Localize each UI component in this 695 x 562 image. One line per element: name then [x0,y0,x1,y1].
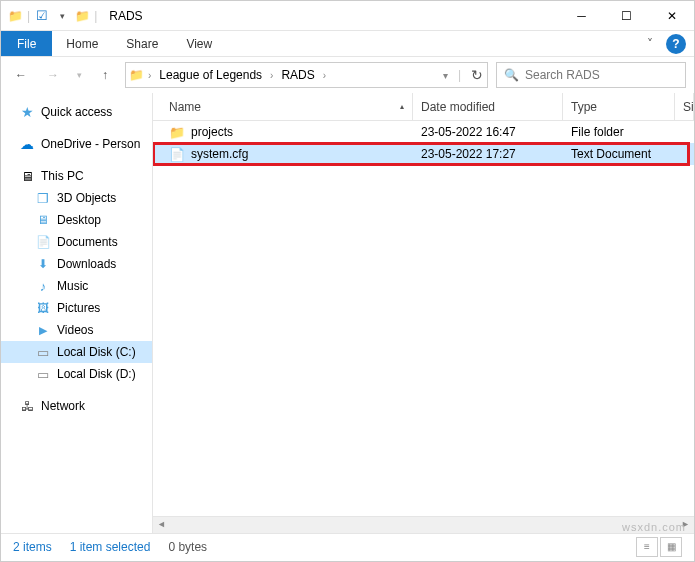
col-type[interactable]: Type [563,93,675,120]
nav-videos[interactable]: Videos [1,319,152,341]
tab-view[interactable]: View [172,31,226,56]
breadcrumb-seg-0[interactable]: League of Legends [155,68,266,82]
nav-downloads[interactable]: Downloads [1,253,152,275]
cube-icon [35,190,51,206]
search-placeholder: Search RADS [525,68,600,82]
ribbon-tabs: File Home Share View ˅ ? [1,31,694,57]
chevron-right-icon[interactable]: › [146,70,153,81]
col-size[interactable]: Si [675,93,694,120]
column-headers: Name▴ Date modified Type Si [153,93,694,121]
qat-separator: | [94,9,97,23]
refresh-icon[interactable] [469,67,485,83]
cloud-icon [19,136,35,152]
music-icon [35,278,51,294]
status-item-count: 2 items [13,540,52,554]
star-icon [19,104,35,120]
status-size: 0 bytes [168,540,207,554]
navigation-pane: Quick access OneDrive - Person This PC 3… [1,93,153,533]
nav-pictures[interactable]: Pictures [1,297,152,319]
tab-home[interactable]: Home [52,31,112,56]
forward-button[interactable]: → [41,63,65,87]
address-bar: ← → ▾ ↑ › League of Legends › RADS › ▾ |… [1,57,694,93]
file-date: 23-05-2022 16:47 [413,125,563,139]
view-details-button[interactable]: ≡ [636,537,658,557]
chevron-right-icon[interactable]: › [268,70,275,81]
nav-local-disk-d[interactable]: Local Disk (D:) [1,363,152,385]
file-rows: projects 23-05-2022 16:47 File folder sy… [153,121,694,516]
help-icon[interactable]: ? [666,34,686,54]
nav-documents[interactable]: Documents [1,231,152,253]
nav-quick-access[interactable]: Quick access [1,101,152,123]
file-row[interactable]: system.cfg 23-05-2022 17:27 Text Documen… [153,143,694,165]
nav-this-pc[interactable]: This PC [1,165,152,187]
minimize-button[interactable]: ─ [559,1,604,31]
properties-icon[interactable] [34,8,50,24]
qat-dropdown-icon[interactable] [54,8,70,24]
close-button[interactable]: ✕ [649,1,694,31]
status-selected-count: 1 item selected [70,540,151,554]
disk-icon [35,366,51,382]
breadcrumb-seg-1[interactable]: RADS [277,68,318,82]
search-icon [503,67,519,83]
nav-3d-objects[interactable]: 3D Objects [1,187,152,209]
explorer-body: Quick access OneDrive - Person This PC 3… [1,93,694,533]
tab-share[interactable]: Share [112,31,172,56]
sort-indicator-icon: ▴ [400,102,404,111]
qat-separator: | [27,9,30,23]
nav-local-disk-c[interactable]: Local Disk (C:) [1,341,152,363]
folder-icon[interactable] [74,8,90,24]
file-name: system.cfg [191,147,248,161]
col-name[interactable]: Name▴ [153,93,413,120]
breadcrumb[interactable]: › League of Legends › RADS › ▾ | [125,62,488,88]
pc-icon [19,168,35,184]
videos-icon [35,322,51,338]
nav-onedrive[interactable]: OneDrive - Person [1,133,152,155]
downloads-icon [35,256,51,272]
file-icon [169,146,185,162]
file-name: projects [191,125,233,139]
search-input[interactable]: Search RADS [496,62,686,88]
file-row[interactable]: projects 23-05-2022 16:47 File folder [153,121,694,143]
app-icon [7,8,23,24]
recent-dropdown-icon[interactable]: ▾ [73,63,85,87]
file-date: 23-05-2022 17:27 [413,147,563,161]
breadcrumb-icon [128,67,144,83]
disk-icon [35,344,51,360]
file-type: Text Document [563,147,675,161]
col-date[interactable]: Date modified [413,93,563,120]
window-controls: ─ ☐ ✕ [559,1,694,31]
desktop-icon [35,212,51,228]
back-button[interactable]: ← [9,63,33,87]
folder-icon [169,124,185,140]
documents-icon [35,234,51,250]
status-bar: 2 items 1 item selected 0 bytes ≡ ▦ [1,533,694,559]
tab-file[interactable]: File [1,31,52,56]
file-list-pane: Name▴ Date modified Type Si projects 23-… [153,93,694,533]
view-large-button[interactable]: ▦ [660,537,682,557]
horizontal-scrollbar[interactable] [153,516,694,533]
maximize-button[interactable]: ☐ [604,1,649,31]
network-icon [19,398,35,414]
breadcrumb-dropdown-icon[interactable]: ▾ [441,70,450,81]
nav-desktop[interactable]: Desktop [1,209,152,231]
pictures-icon [35,300,51,316]
up-button[interactable]: ↑ [93,63,117,87]
nav-network[interactable]: Network [1,395,152,417]
file-type: File folder [563,125,675,139]
titlebar: | | RADS ─ ☐ ✕ [1,1,694,31]
nav-music[interactable]: Music [1,275,152,297]
ribbon-expand-icon[interactable]: ˅ [638,31,662,56]
window-title: RADS [103,9,142,23]
chevron-right-icon[interactable]: › [321,70,328,81]
quick-access-toolbar: | | [1,8,103,24]
